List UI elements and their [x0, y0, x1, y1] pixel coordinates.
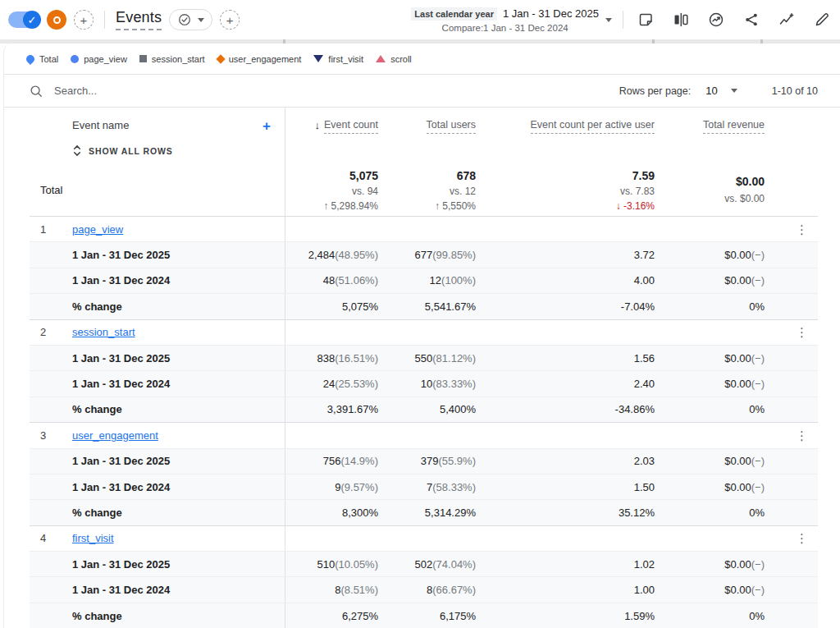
date-compare-text: Compare:1 Jan - 31 Dec 2024	[411, 23, 599, 33]
cell-total-revenue: $0.00 (−)	[655, 449, 765, 474]
add-metric-button[interactable]: +	[220, 10, 240, 30]
cell-total-users: 379 (55.9%)	[378, 449, 476, 474]
date-range-selector[interactable]: Last calendar year 1 Jan - 31 Dec 2025 C…	[411, 7, 612, 33]
row-menu-button[interactable]: ⋮	[796, 532, 808, 544]
cell-per-active-user: 35.12%	[476, 500, 655, 525]
cell-total-revenue: $0.00 (−)	[655, 346, 765, 370]
date-range-text: 1 Jan - 31 Dec 2025	[503, 7, 599, 20]
event-link[interactable]: session_start	[72, 326, 135, 338]
cell-total-revenue: $0.00 (−)	[655, 474, 765, 499]
cell-total-users: 677 (99.85%)	[378, 242, 476, 267]
cell-event-count: 9 (9.57%)	[285, 474, 378, 499]
detail-row-2024: 1 Jan - 31 Dec 2024 48 (51.06%) 12 (100%…	[30, 268, 818, 293]
cell-total-users: 5,400%	[378, 397, 476, 422]
event-link[interactable]: user_engagement	[72, 429, 158, 442]
check-circle-icon	[177, 12, 192, 27]
cell-total-users: 8 (66.67%)	[378, 577, 476, 602]
cell-event-count: 2,484 (48.95%)	[285, 242, 378, 267]
check-icon: ✓	[23, 11, 41, 29]
add-comparison-button[interactable]: +	[74, 10, 94, 30]
cell-event-count: 48 (51.06%)	[285, 268, 378, 293]
date-range-label: 1 Jan - 31 Dec 2025	[72, 352, 170, 364]
spark-insights-icon[interactable]	[778, 11, 795, 28]
sort-desc-icon: ↓	[314, 119, 320, 131]
detail-row-pct-change: % change 5,075% 5,541.67% -7.04% 0%	[30, 293, 818, 319]
insights-icon[interactable]	[708, 11, 724, 28]
comparison-chip-orange[interactable]	[47, 10, 66, 30]
event-row-session-start: 2session_start ⋮	[30, 319, 818, 345]
cell-per-active-user: 1.56	[476, 346, 655, 370]
cell-total-users: 5,314.29%	[378, 500, 476, 525]
rows-per-page-value[interactable]: 10	[705, 85, 717, 97]
event-row-user-engagement: 3user_engagement ⋮	[30, 422, 818, 447]
diamond-marker-icon	[216, 54, 225, 63]
legend-item-total: Total	[26, 54, 58, 64]
cell-per-active-user: 1.02	[476, 552, 655, 576]
unfold-icon	[72, 144, 82, 157]
cell-per-active-user: 3.72	[476, 242, 655, 267]
pct-change-label: % change	[72, 300, 122, 313]
arrow-up-icon: ↑	[323, 200, 328, 212]
row-menu-button[interactable]: ⋮	[796, 326, 808, 338]
date-range-label: 1 Jan - 31 Dec 2024	[72, 584, 170, 596]
detail-row-2025: 1 Jan - 31 Dec 2025 2,484 (48.95%) 677 (…	[30, 241, 818, 267]
cell-total-users: 502 (74.04%)	[378, 552, 476, 576]
row-menu-button[interactable]: ⋮	[796, 429, 808, 442]
row-menu-button[interactable]: ⋮	[796, 223, 808, 236]
legend-item-first-visit: first_visit	[313, 54, 363, 64]
date-range-label: 1 Jan - 31 Dec 2024	[72, 481, 170, 493]
cell-total-revenue: $0.00 (−)	[655, 371, 765, 396]
note-icon[interactable]	[637, 11, 654, 28]
event-link[interactable]: page_view	[72, 223, 123, 236]
cell-event-count: 8,300%	[285, 500, 378, 525]
detail-row-pct-change: % change 8,300% 5,314.29% 35.12% 0%	[30, 499, 818, 525]
chevron-down-icon[interactable]	[731, 89, 737, 93]
cell-per-active-user: 1.50	[476, 474, 655, 499]
cell-total-revenue: 0%	[655, 500, 765, 525]
cell-event-count: 838 (16.51%)	[285, 346, 378, 370]
cell-per-active-user: 2.40	[476, 371, 655, 396]
date-range-label: 1 Jan - 31 Dec 2024	[72, 274, 170, 286]
row-index: 4	[30, 532, 72, 544]
date-range-label: 1 Jan - 31 Dec 2025	[72, 455, 170, 467]
pct-change-label: % change	[72, 610, 122, 622]
pct-change-label: % change	[72, 403, 122, 415]
report-title[interactable]: Events	[116, 9, 162, 30]
arrow-up-icon: ↑	[435, 200, 440, 212]
event-row-first-visit: 4first_visit ⋮	[30, 525, 818, 551]
legend-label: Total	[39, 54, 58, 64]
show-all-rows-button[interactable]: SHOW ALL ROWS	[72, 144, 173, 157]
cell-total-revenue: 0%	[655, 294, 765, 319]
date-range-label: 1 Jan - 31 Dec 2025	[72, 558, 170, 571]
cell-per-active-user: -7.04%	[476, 294, 655, 319]
legend-item-user-engagement: user_engagement	[217, 54, 302, 64]
column-header-total-users[interactable]: Total users	[378, 108, 476, 144]
pagination-range: 1-10 of 10	[772, 85, 818, 97]
detail-row-2024: 1 Jan - 31 Dec 2024 8 (8.51%) 8 (66.67%)…	[30, 576, 818, 602]
search-input[interactable]	[54, 85, 619, 97]
share-icon[interactable]	[743, 11, 760, 28]
cell-total-revenue: $0.00 (−)	[655, 552, 765, 576]
metric-check-pill[interactable]	[169, 9, 212, 30]
totals-row: Total 5,075 vs. 94 ↑ 5,298.94% 678 vs. 1…	[30, 164, 818, 216]
column-header-total-revenue[interactable]: Total revenue	[655, 108, 765, 144]
total-users: 678 vs. 12 ↑ 5,550%	[378, 164, 476, 216]
chevron-down-icon	[605, 18, 612, 22]
comparison-icon[interactable]	[673, 11, 689, 28]
search-icon	[29, 84, 43, 99]
detail-row-2025: 1 Jan - 31 Dec 2025 510 (10.05%) 502 (74…	[30, 551, 818, 576]
add-dimension-button[interactable]: +	[262, 119, 271, 133]
edit-icon[interactable]	[814, 11, 830, 28]
report-card: Total page_view session_start user_engag…	[3, 44, 840, 628]
pin-marker-icon	[25, 53, 36, 64]
event-link[interactable]: first_visit	[72, 532, 114, 544]
column-header-event-count[interactable]: ↓Event count	[285, 108, 378, 144]
legend-item-page-view: page_view	[71, 54, 127, 64]
detail-row-pct-change: % change 3,391.67% 5,400% -34.86% 0%	[30, 397, 818, 422]
column-header-per-active-user[interactable]: Event count per active user	[476, 108, 655, 144]
cell-per-active-user: 4.00	[476, 268, 655, 293]
cell-event-count: 510 (10.05%)	[285, 552, 378, 576]
total-label: Total	[30, 184, 72, 196]
detail-row-2024: 1 Jan - 31 Dec 2024 24 (25.53%) 10 (83.3…	[30, 370, 818, 396]
comparison-toggle[interactable]: ✓	[8, 11, 39, 28]
